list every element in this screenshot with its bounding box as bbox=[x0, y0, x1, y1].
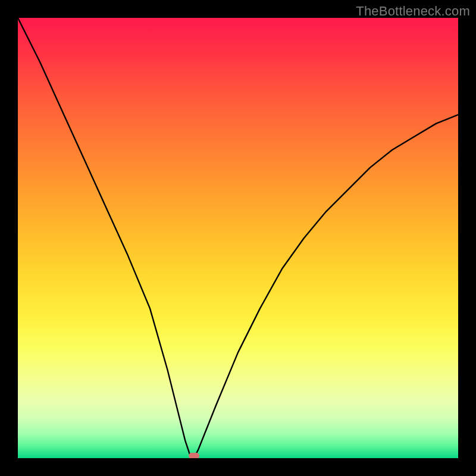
watermark-text: TheBottleneck.com bbox=[356, 4, 470, 19]
plot-area bbox=[18, 18, 458, 458]
chart-frame: TheBottleneck.com bbox=[0, 0, 476, 476]
bottleneck-curve bbox=[18, 18, 458, 458]
min-marker bbox=[189, 453, 199, 458]
